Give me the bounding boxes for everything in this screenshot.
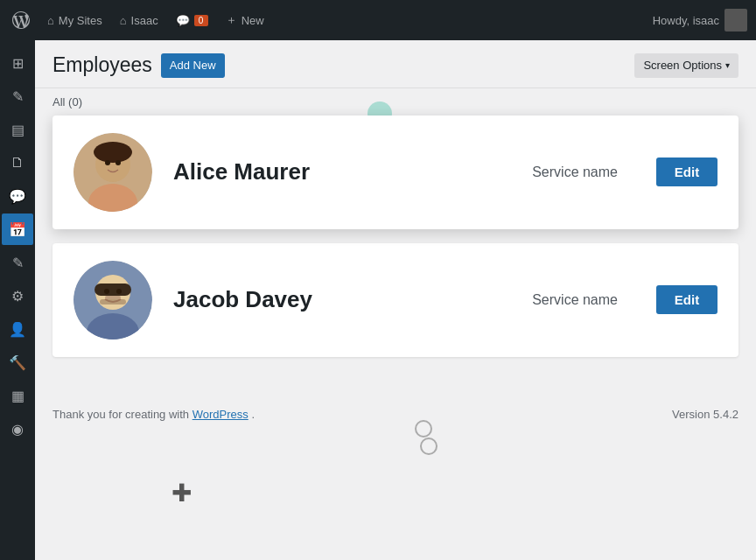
site-name-label: Isaac — [131, 14, 158, 27]
alice-avatar-image — [74, 133, 152, 212]
footer-left: Thank you for creating with WordPress . — [52, 408, 255, 421]
plus-icon: ＋ — [226, 12, 237, 28]
content-area: Employees Add New Screen Options ▾ All (… — [35, 40, 756, 560]
svg-rect-13 — [100, 299, 126, 304]
user-avatar[interactable] — [724, 9, 747, 32]
employee-avatar-1 — [74, 133, 152, 212]
employee-name-1: Alice Maurer — [173, 158, 511, 186]
employee-card-1: Alice Maurer Service name Edit — [52, 116, 738, 229]
new-item[interactable]: ＋ New — [219, 7, 271, 33]
edit-button-1[interactable]: Edit — [656, 158, 718, 186]
comments-item[interactable]: 💬 0 — [169, 9, 215, 32]
filter-all[interactable]: All (0) — [52, 95, 82, 108]
sidebar-icon-customize[interactable]: ✎ — [2, 247, 33, 278]
sidebar: ⊞ ✎ ▤ 🗋 💬 📅 ✎ ⚙ 👤 🔨 ▦ ◉ — [0, 40, 35, 560]
employee-card-2: Jacob Davey Service name Edit — [52, 243, 738, 357]
page-title-area: Employees Add New — [52, 52, 225, 79]
my-sites-icon: ⌂ — [47, 14, 54, 27]
svg-point-5 — [116, 160, 121, 165]
sidebar-icon-people[interactable]: 👤 — [2, 313, 33, 345]
jacob-avatar-image — [74, 261, 152, 340]
footer-version: Version 5.4.2 — [672, 408, 738, 421]
sidebar-icon-circle[interactable]: ◉ — [2, 413, 33, 444]
page-title: Employees — [52, 52, 152, 79]
svg-point-10 — [104, 289, 109, 294]
edit-button-2[interactable]: Edit — [656, 285, 718, 314]
admin-bar-left: ⌂ My Sites ⌂ Isaac 💬 0 ＋ New — [9, 7, 653, 33]
admin-bar: ⌂ My Sites ⌂ Isaac 💬 0 ＋ New Howdy, isaa… — [0, 0, 756, 40]
sidebar-icon-dashboard[interactable]: ⊞ — [2, 47, 33, 79]
chevron-down-icon: ▾ — [725, 60, 730, 70]
content-footer: Thank you for creating with WordPress . … — [35, 397, 756, 431]
svg-point-4 — [105, 160, 110, 165]
svg-point-11 — [116, 289, 122, 294]
filter-count: (0) — [68, 95, 82, 108]
service-name-1: Service name — [532, 164, 618, 180]
admin-bar-right: Howdy, isaac — [653, 9, 747, 32]
screen-options-label: Screen Options — [643, 59, 722, 72]
footer-wp-link[interactable]: WordPress — [192, 408, 248, 421]
filter-all-label: All — [52, 95, 65, 108]
site-name-item[interactable]: ⌂ Isaac — [113, 9, 165, 32]
sidebar-icon-comments[interactable]: 💬 — [2, 180, 33, 212]
howdy-text: Howdy, isaac — [653, 14, 719, 27]
sidebar-icon-grid[interactable]: ▦ — [2, 380, 33, 411]
sidebar-icon-pages[interactable]: 🗋 — [2, 147, 33, 178]
svg-rect-12 — [105, 296, 121, 299]
my-sites-label: My Sites — [59, 14, 102, 27]
content-header: Employees Add New Screen Options ▾ — [35, 40, 756, 88]
sidebar-icon-wrench[interactable]: 🔨 — [2, 346, 33, 378]
sidebar-icon-tools[interactable]: ⚙ — [2, 280, 33, 312]
my-sites-item[interactable]: ⌂ My Sites — [40, 9, 109, 32]
comment-icon: 💬 — [176, 14, 190, 27]
employee-name-2: Jacob Davey — [173, 286, 511, 313]
screen-options-button[interactable]: Screen Options ▾ — [634, 53, 738, 78]
wp-logo[interactable] — [9, 8, 33, 32]
add-new-button[interactable]: Add New — [161, 53, 225, 78]
sidebar-icon-posts[interactable]: ✎ — [2, 80, 33, 112]
filter-bar: All (0) — [35, 88, 756, 116]
new-label: New — [242, 14, 264, 27]
service-name-2: Service name — [532, 292, 618, 308]
svg-rect-9 — [94, 284, 131, 296]
sidebar-icon-media[interactable]: ▤ — [2, 114, 33, 145]
svg-point-3 — [94, 142, 132, 163]
employee-avatar-2 — [74, 261, 152, 340]
footer-thank-you: Thank you for creating with — [52, 408, 192, 421]
home-icon: ⌂ — [120, 14, 127, 27]
cards-container: Alice Maurer Service name Edit — [35, 116, 756, 388]
comment-count: 0 — [194, 15, 208, 26]
sidebar-icon-calendar[interactable]: 📅 — [2, 214, 33, 245]
main-layout: ⊞ ✎ ▤ 🗋 💬 📅 ✎ ⚙ 👤 🔨 ▦ ◉ Employees Add Ne… — [0, 40, 756, 560]
